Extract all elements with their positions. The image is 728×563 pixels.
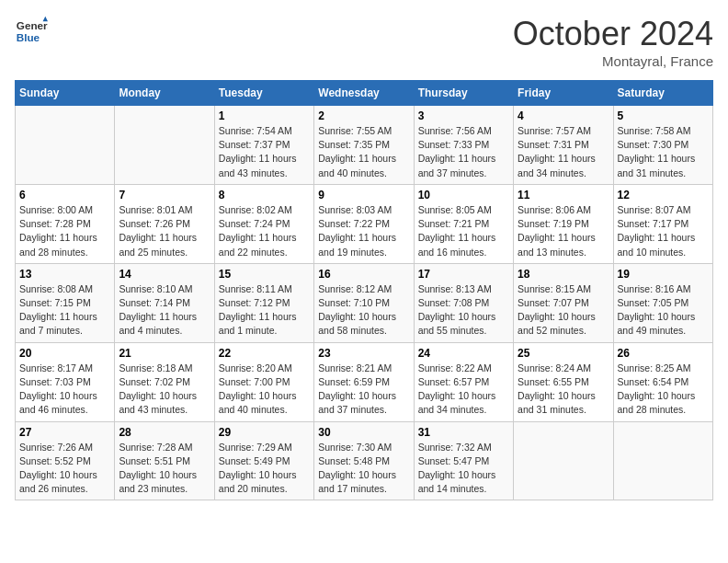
day-info: Sunrise: 7:55 AM Sunset: 7:35 PM Dayligh… bbox=[318, 124, 409, 180]
calendar-cell: 7Sunrise: 8:01 AM Sunset: 7:26 PM Daylig… bbox=[115, 184, 214, 263]
day-number: 3 bbox=[418, 109, 509, 122]
day-info: Sunrise: 8:05 AM Sunset: 7:21 PM Dayligh… bbox=[418, 203, 509, 259]
weekday-header-row: SundayMondayTuesdayWednesdayThursdayFrid… bbox=[16, 81, 713, 106]
day-info: Sunrise: 7:56 AM Sunset: 7:33 PM Dayligh… bbox=[418, 124, 509, 180]
day-number: 31 bbox=[418, 426, 509, 439]
day-info: Sunrise: 8:12 AM Sunset: 7:10 PM Dayligh… bbox=[318, 282, 409, 339]
calendar-cell: 18Sunrise: 8:15 AM Sunset: 7:07 PM Dayli… bbox=[514, 263, 613, 342]
svg-text:Blue: Blue bbox=[17, 31, 40, 43]
weekday-header-sunday: Sunday bbox=[16, 81, 115, 106]
day-number: 18 bbox=[518, 268, 609, 281]
calendar-cell: 21Sunrise: 8:18 AM Sunset: 7:02 PM Dayli… bbox=[115, 342, 214, 421]
day-number: 8 bbox=[219, 189, 310, 201]
day-info: Sunrise: 7:30 AM Sunset: 5:48 PM Dayligh… bbox=[318, 441, 409, 497]
location: Montayral, France bbox=[513, 53, 713, 69]
day-number: 21 bbox=[119, 347, 210, 360]
calendar-cell: 11Sunrise: 8:06 AM Sunset: 7:19 PM Dayli… bbox=[514, 184, 613, 263]
day-info: Sunrise: 7:57 AM Sunset: 7:31 PM Dayligh… bbox=[518, 124, 609, 180]
day-number: 7 bbox=[119, 189, 210, 201]
day-info: Sunrise: 7:28 AM Sunset: 5:51 PM Dayligh… bbox=[119, 441, 210, 497]
day-info: Sunrise: 8:20 AM Sunset: 7:00 PM Dayligh… bbox=[219, 362, 310, 418]
header: General Blue October 2024 Montayral, Fra… bbox=[15, 15, 713, 69]
day-info: Sunrise: 8:17 AM Sunset: 7:03 PM Dayligh… bbox=[19, 362, 110, 418]
calendar-cell: 1Sunrise: 7:54 AM Sunset: 7:37 PM Daylig… bbox=[214, 106, 313, 185]
logo: General Blue bbox=[15, 15, 48, 48]
day-number: 20 bbox=[19, 347, 110, 360]
day-info: Sunrise: 8:22 AM Sunset: 6:57 PM Dayligh… bbox=[418, 362, 509, 418]
weekday-header-saturday: Saturday bbox=[613, 81, 712, 106]
calendar-cell: 25Sunrise: 8:24 AM Sunset: 6:55 PM Dayli… bbox=[514, 342, 613, 421]
weekday-header-friday: Friday bbox=[514, 81, 613, 106]
day-info: Sunrise: 8:07 AM Sunset: 7:17 PM Dayligh… bbox=[618, 203, 709, 259]
day-info: Sunrise: 8:24 AM Sunset: 6:55 PM Dayligh… bbox=[518, 362, 609, 418]
week-row-1: 1Sunrise: 7:54 AM Sunset: 7:37 PM Daylig… bbox=[16, 106, 713, 185]
calendar-cell bbox=[115, 106, 214, 185]
day-info: Sunrise: 8:15 AM Sunset: 7:07 PM Dayligh… bbox=[518, 282, 609, 339]
day-number: 23 bbox=[318, 347, 409, 360]
month-title: October 2024 bbox=[513, 15, 713, 53]
calendar-cell: 26Sunrise: 8:25 AM Sunset: 6:54 PM Dayli… bbox=[613, 342, 712, 421]
calendar-table: SundayMondayTuesdayWednesdayThursdayFrid… bbox=[15, 80, 713, 500]
day-info: Sunrise: 8:00 AM Sunset: 7:28 PM Dayligh… bbox=[19, 203, 110, 259]
calendar-cell: 31Sunrise: 7:32 AM Sunset: 5:47 PM Dayli… bbox=[414, 421, 513, 500]
day-number: 1 bbox=[219, 109, 310, 122]
day-number: 22 bbox=[219, 347, 310, 360]
calendar-cell: 28Sunrise: 7:28 AM Sunset: 5:51 PM Dayli… bbox=[115, 421, 214, 500]
calendar-cell: 17Sunrise: 8:13 AM Sunset: 7:08 PM Dayli… bbox=[414, 263, 513, 342]
day-info: Sunrise: 8:06 AM Sunset: 7:19 PM Dayligh… bbox=[518, 203, 609, 259]
week-row-2: 6Sunrise: 8:00 AM Sunset: 7:28 PM Daylig… bbox=[16, 184, 713, 263]
day-info: Sunrise: 7:58 AM Sunset: 7:30 PM Dayligh… bbox=[618, 124, 709, 180]
calendar-cell: 29Sunrise: 7:29 AM Sunset: 5:49 PM Dayli… bbox=[214, 421, 313, 500]
calendar-cell bbox=[16, 106, 115, 185]
day-number: 6 bbox=[19, 189, 110, 201]
week-row-4: 20Sunrise: 8:17 AM Sunset: 7:03 PM Dayli… bbox=[16, 342, 713, 421]
weekday-header-thursday: Thursday bbox=[414, 81, 513, 106]
day-info: Sunrise: 8:13 AM Sunset: 7:08 PM Dayligh… bbox=[418, 282, 509, 339]
week-row-5: 27Sunrise: 7:26 AM Sunset: 5:52 PM Dayli… bbox=[16, 421, 713, 500]
calendar-cell: 15Sunrise: 8:11 AM Sunset: 7:12 PM Dayli… bbox=[214, 263, 313, 342]
day-info: Sunrise: 8:03 AM Sunset: 7:22 PM Dayligh… bbox=[318, 203, 409, 259]
calendar-cell: 14Sunrise: 8:10 AM Sunset: 7:14 PM Dayli… bbox=[115, 263, 214, 342]
day-number: 5 bbox=[618, 109, 709, 122]
day-number: 26 bbox=[618, 347, 709, 360]
day-number: 15 bbox=[219, 268, 310, 281]
calendar-cell: 20Sunrise: 8:17 AM Sunset: 7:03 PM Dayli… bbox=[16, 342, 115, 421]
title-area: October 2024 Montayral, France bbox=[513, 15, 713, 69]
calendar-cell: 2Sunrise: 7:55 AM Sunset: 7:35 PM Daylig… bbox=[314, 106, 414, 185]
day-info: Sunrise: 8:01 AM Sunset: 7:26 PM Dayligh… bbox=[119, 203, 210, 259]
day-number: 2 bbox=[318, 109, 409, 122]
calendar-cell bbox=[613, 421, 712, 500]
calendar-cell: 22Sunrise: 8:20 AM Sunset: 7:00 PM Dayli… bbox=[214, 342, 313, 421]
calendar-cell: 23Sunrise: 8:21 AM Sunset: 6:59 PM Dayli… bbox=[314, 342, 414, 421]
day-number: 25 bbox=[518, 347, 609, 360]
day-info: Sunrise: 7:29 AM Sunset: 5:49 PM Dayligh… bbox=[219, 441, 310, 497]
day-number: 16 bbox=[318, 268, 409, 281]
day-info: Sunrise: 8:08 AM Sunset: 7:15 PM Dayligh… bbox=[19, 282, 110, 339]
calendar-cell bbox=[514, 421, 613, 500]
calendar-cell: 6Sunrise: 8:00 AM Sunset: 7:28 PM Daylig… bbox=[16, 184, 115, 263]
day-number: 29 bbox=[219, 426, 310, 439]
calendar-cell: 19Sunrise: 8:16 AM Sunset: 7:05 PM Dayli… bbox=[613, 263, 712, 342]
day-number: 4 bbox=[518, 109, 609, 122]
day-info: Sunrise: 8:10 AM Sunset: 7:14 PM Dayligh… bbox=[119, 282, 210, 339]
day-number: 10 bbox=[418, 189, 509, 201]
day-number: 13 bbox=[19, 268, 110, 281]
day-number: 24 bbox=[418, 347, 509, 360]
weekday-header-tuesday: Tuesday bbox=[214, 81, 313, 106]
weekday-header-wednesday: Wednesday bbox=[314, 81, 414, 106]
weekday-header-monday: Monday bbox=[115, 81, 214, 106]
day-info: Sunrise: 8:11 AM Sunset: 7:12 PM Dayligh… bbox=[219, 282, 310, 339]
day-number: 28 bbox=[119, 426, 210, 439]
day-info: Sunrise: 8:18 AM Sunset: 7:02 PM Dayligh… bbox=[119, 362, 210, 418]
calendar-cell: 4Sunrise: 7:57 AM Sunset: 7:31 PM Daylig… bbox=[514, 106, 613, 185]
calendar-cell: 16Sunrise: 8:12 AM Sunset: 7:10 PM Dayli… bbox=[314, 263, 414, 342]
day-info: Sunrise: 7:32 AM Sunset: 5:47 PM Dayligh… bbox=[418, 441, 509, 497]
day-number: 12 bbox=[618, 189, 709, 201]
logo-icon: General Blue bbox=[15, 15, 48, 48]
day-number: 9 bbox=[318, 189, 409, 201]
calendar-cell: 27Sunrise: 7:26 AM Sunset: 5:52 PM Dayli… bbox=[16, 421, 115, 500]
calendar-cell: 9Sunrise: 8:03 AM Sunset: 7:22 PM Daylig… bbox=[314, 184, 414, 263]
calendar-cell: 24Sunrise: 8:22 AM Sunset: 6:57 PM Dayli… bbox=[414, 342, 513, 421]
day-number: 27 bbox=[19, 426, 110, 439]
calendar-cell: 30Sunrise: 7:30 AM Sunset: 5:48 PM Dayli… bbox=[314, 421, 414, 500]
